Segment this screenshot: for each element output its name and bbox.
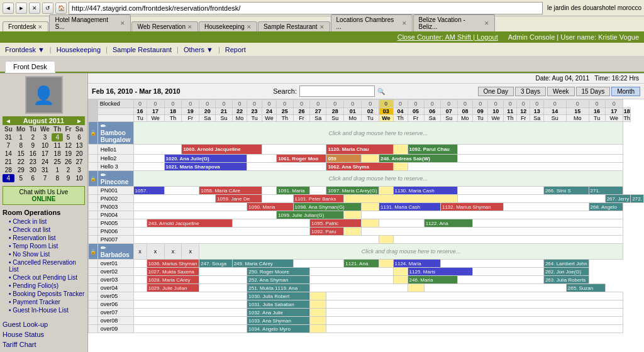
browser-tab-hotel[interactable]: Hotel Management S... ✕: [49, 14, 131, 31]
cal-date[interactable]: 27: [74, 158, 85, 166]
cal-date[interactable]: 29: [14, 166, 28, 174]
cal-date[interactable]: 5: [14, 174, 28, 182]
forward-button[interactable]: ►: [16, 3, 27, 14]
sidebar-link-reservation[interactable]: Reservation list: [3, 234, 85, 242]
cal-date[interactable]: 24: [38, 158, 52, 166]
cal-date[interactable]: 18: [52, 150, 63, 158]
nav-report[interactable]: Report: [225, 46, 246, 53]
cal-date[interactable]: 3: [74, 166, 85, 174]
room-row-pn002: PN002 1059. Jane De 1101. Peter Banks 26…: [89, 195, 644, 203]
nav-housekeeping[interactable]: Housekeeping: [57, 46, 101, 53]
sidebar-link-checkin[interactable]: Check in list: [3, 217, 85, 226]
cal-date[interactable]: 6: [74, 133, 85, 141]
browser-tab-frontdesk[interactable]: Frontdesk ✕: [3, 21, 48, 31]
tab-close-icon[interactable]: ✕: [38, 24, 43, 30]
cal-date[interactable]: 10: [74, 174, 85, 182]
sidebar-link-tariff[interactable]: Tariff Chart: [3, 339, 85, 349]
calendar-next[interactable]: ►: [76, 118, 82, 124]
search-icon[interactable]: 🔍: [377, 88, 385, 95]
tab-close-icon[interactable]: ✕: [187, 24, 192, 30]
nav-others[interactable]: Others ▼: [184, 46, 213, 53]
view-btn-week[interactable]: Week: [547, 87, 574, 96]
sidebar-link-payment[interactable]: Payment Tracker: [3, 298, 85, 306]
cal-date[interactable]: 6: [28, 174, 38, 182]
sidebar-link-accounts[interactable]: Accounts: [3, 349, 85, 352]
browser-tab-housekeeping[interactable]: Housekeeping ✕: [199, 21, 257, 31]
tab-close-icon[interactable]: ✕: [319, 24, 325, 30]
cal-date[interactable]: 14: [3, 150, 14, 158]
cal-date[interactable]: 28: [3, 166, 14, 174]
cal-date[interactable]: 10: [38, 141, 52, 150]
cal-date[interactable]: 7: [38, 174, 52, 182]
cal-date[interactable]: 9: [63, 174, 74, 182]
cal-date[interactable]: 9: [28, 141, 38, 150]
cal-date-selected[interactable]: 4: [52, 133, 63, 141]
tab-frontdesk[interactable]: Front Desk: [5, 61, 55, 73]
sidebar-link-checkout[interactable]: Check out list: [3, 226, 85, 234]
back-button[interactable]: ◄: [3, 3, 14, 14]
sidebar-link-pending-folio[interactable]: Pending Folio(s): [3, 282, 85, 290]
cal-date[interactable]: 31: [38, 166, 52, 174]
cal-date[interactable]: 31: [3, 133, 14, 141]
cal-date[interactable]: 17: [38, 150, 52, 158]
view-btn-oneday[interactable]: One Day: [478, 87, 514, 96]
cal-date[interactable]: 23: [28, 158, 38, 166]
cal-date[interactable]: 21: [3, 158, 14, 166]
app-tab-bar: Front Desk: [0, 57, 644, 73]
chat-widget[interactable]: Chat with Us Live ONLINE: [3, 186, 85, 205]
cal-date[interactable]: 11: [52, 141, 63, 150]
cal-date[interactable]: 5: [63, 133, 74, 141]
tab-close-icon[interactable]: ✕: [484, 20, 489, 26]
nav-restaurant[interactable]: Sample Restaurant: [113, 46, 172, 53]
cal-date[interactable]: 16: [28, 150, 38, 158]
cal-date[interactable]: 13: [74, 141, 85, 150]
cal-date[interactable]: 2: [63, 166, 74, 174]
calendar-prev[interactable]: ◄: [5, 118, 11, 124]
close-counter-link[interactable]: Close Counter: AM Shift | Logout: [397, 33, 498, 41]
cal-date[interactable]: 7: [3, 141, 14, 150]
browser-tab-restaurant[interactable]: Sample Restaurant ✕: [258, 21, 330, 31]
cal-date[interactable]: 8: [14, 141, 28, 150]
browser-tab-locations[interactable]: Locations Chambres ... ✕: [331, 14, 413, 31]
tab-close-icon[interactable]: ✕: [402, 20, 407, 26]
cal-date[interactable]: 30: [28, 166, 38, 174]
date-time-display: Date: Aug 04, 2011 Time: 16:22 Hrs: [535, 75, 639, 82]
tab-close-icon[interactable]: ✕: [247, 24, 252, 30]
cal-date[interactable]: 20: [74, 150, 85, 158]
cal-date[interactable]: 25: [52, 158, 63, 166]
cal-date[interactable]: 22: [14, 158, 28, 166]
view-btn-15days[interactable]: 15 Days: [576, 87, 611, 96]
cal-date[interactable]: 1: [14, 133, 28, 141]
view-btn-3days[interactable]: 3 Days: [515, 87, 546, 96]
cal-date[interactable]: 3: [38, 133, 52, 141]
sidebar-link-noshow[interactable]: No Show List: [3, 250, 85, 258]
cal-date[interactable]: 19: [63, 150, 74, 158]
browser-tab-belize[interactable]: Belize Vacation - Beliz... ✕: [413, 14, 495, 31]
address-bar[interactable]: [69, 2, 543, 14]
sidebar-link-guest-inhouse[interactable]: Guest In-House List: [3, 306, 85, 314]
view-btn-month[interactable]: Month: [611, 87, 640, 96]
cal-date[interactable]: 1: [52, 166, 63, 174]
home-button[interactable]: 🏠: [55, 3, 67, 14]
cal-date[interactable]: 15: [14, 150, 28, 158]
sidebar-link-checkout-pending[interactable]: Check out Pending List: [3, 273, 85, 282]
sidebar-link-booking-deposits[interactable]: Booking Deposits Tracker: [3, 290, 85, 298]
cal-day-su: Su: [3, 125, 14, 133]
nav-frontdesk[interactable]: Frontdesk ▼: [5, 46, 45, 53]
sidebar-link-guest-lookup[interactable]: Guest Look-up: [3, 319, 85, 329]
sidebar-link-cancelled[interactable]: Cancelled Reservation List: [3, 258, 85, 273]
browser-tab-webreservation[interactable]: Web Reservation ✕: [131, 21, 198, 31]
cal-date[interactable]: 2: [28, 133, 38, 141]
cal-date-today[interactable]: 4: [3, 174, 14, 182]
refresh-button[interactable]: ↺: [42, 3, 53, 14]
reservation-grid-scroll[interactable]: Blocked 0 0 0 0 0 0 0 0 0 0 0 0 0: [88, 99, 644, 352]
sidebar-link-temproom[interactable]: Temp Room List: [3, 242, 85, 250]
cal-date[interactable]: 12: [63, 141, 74, 150]
day-letters-row: Tu We Th Fr Sa Su Mo Tu We Th Fr Sa Su M…: [89, 115, 644, 122]
sidebar-link-house-status[interactable]: House Status: [3, 329, 85, 339]
tab-close-icon[interactable]: ✕: [120, 20, 125, 26]
stop-button[interactable]: ✕: [29, 3, 40, 14]
search-input[interactable]: [299, 85, 375, 97]
cal-date[interactable]: 26: [63, 158, 74, 166]
cal-date[interactable]: 8: [52, 174, 63, 182]
